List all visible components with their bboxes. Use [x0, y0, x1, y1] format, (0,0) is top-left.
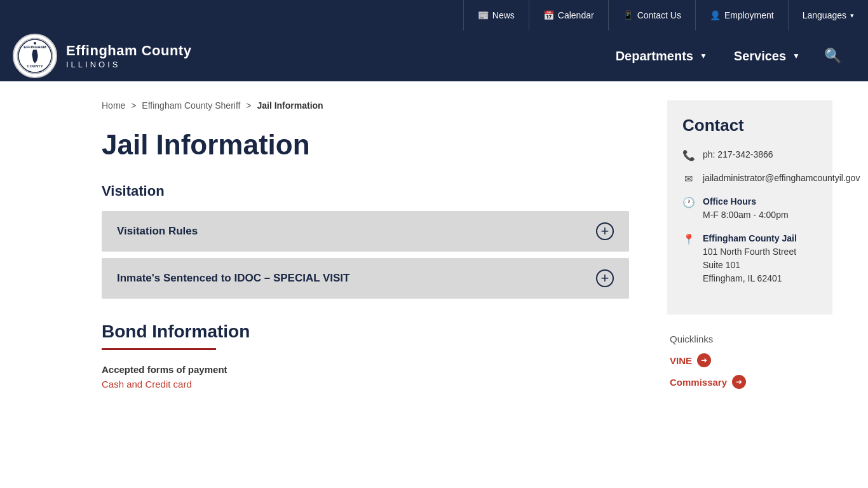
- services-dropdown-icon: ▼: [792, 51, 800, 60]
- visitation-heading: Visitation: [102, 183, 629, 200]
- quicklink-commissary-arrow: ➜: [732, 375, 746, 389]
- logo-circle: EFFINGHAM COUNTY: [13, 34, 57, 78]
- sidebar: Contact 📞 ph: 217-342-3866 ✉ jailadminis…: [654, 81, 851, 488]
- bond-title: Bond Information: [102, 322, 629, 342]
- contact-card: Contact 📞 ph: 217-342-3866 ✉ jailadminis…: [667, 100, 832, 315]
- quicklink-commissary-label[interactable]: Commissary: [670, 377, 727, 388]
- office-hours-label: Office Hours: [703, 195, 789, 208]
- top-nav-items: 📰 News 📅 Calendar 📱 Contact Us 👤 Employm…: [463, 0, 868, 30]
- quicklink-vine-label[interactable]: VINE: [670, 355, 692, 366]
- person-icon: 👤: [710, 10, 721, 20]
- bond-value-link[interactable]: Cash and Credit card: [102, 379, 192, 390]
- contact-address: Effingham County Jail 101 North Fourth S…: [703, 232, 797, 285]
- main-content: Home > Effingham County Sheriff > Jail I…: [0, 81, 654, 488]
- quicklink-commissary[interactable]: Commissary ➜: [670, 375, 830, 389]
- services-label: Services: [734, 49, 786, 64]
- page-container: Home > Effingham County Sheriff > Jail I…: [0, 81, 868, 488]
- nav-item-languages[interactable]: Languages ▾: [788, 0, 868, 30]
- news-icon: 📰: [478, 10, 489, 20]
- svg-point-4: [34, 42, 36, 44]
- quicklink-vine-arrow: ➜: [697, 353, 711, 367]
- contact-email-row: ✉ jailadministrator@effinghamcountyil.go…: [682, 172, 817, 185]
- dropdown-arrow-icon: ▾: [850, 11, 854, 20]
- nav-label-contact: Contact Us: [637, 10, 681, 20]
- quicklink-vine[interactable]: VINE ➜: [670, 353, 830, 367]
- quicklinks-title: Quicklinks: [670, 334, 830, 344]
- address-line2: Suite 101: [703, 259, 797, 272]
- phone-contact-icon: 📞: [682, 149, 694, 161]
- accordion-inmates-sentenced[interactable]: Inmate's Sentenced to IDOC – SPECIAL VIS…: [102, 258, 629, 299]
- logo-text: Effingham County ILLINOIS: [66, 43, 191, 69]
- accordion-label-visitation-rules: Visitation Rules: [117, 225, 198, 238]
- contact-hours: Office Hours M-F 8:00am - 4:00pm: [703, 195, 789, 222]
- contact-location-row: 📍 Effingham County Jail 101 North Fourth…: [682, 232, 817, 285]
- breadcrumb-sheriff[interactable]: Effingham County Sheriff: [142, 100, 240, 111]
- svg-text:EFFINGHAM: EFFINGHAM: [24, 45, 46, 49]
- departments-label: Departments: [616, 49, 693, 64]
- header-right: Departments ▼ Services ▼ 🔍: [606, 43, 849, 69]
- contact-card-title: Contact: [682, 116, 817, 135]
- breadcrumb-sep2: >: [246, 100, 254, 111]
- location-icon: 📍: [682, 233, 694, 245]
- contact-hours-row: 🕐 Office Hours M-F 8:00am - 4:00pm: [682, 195, 817, 222]
- nav-item-employment[interactable]: 👤 Employment: [695, 0, 788, 30]
- address-line3: Effingham, IL 62401: [703, 272, 797, 285]
- breadcrumb: Home > Effingham County Sheriff > Jail I…: [102, 100, 629, 111]
- nav-label-news: News: [492, 10, 515, 20]
- email-link[interactable]: jailadministrator@effinghamcountyil.gov: [703, 173, 860, 183]
- logo-area[interactable]: EFFINGHAM COUNTY Effingham County ILLINO…: [13, 34, 191, 78]
- quicklinks-section: Quicklinks VINE ➜ Commissary ➜: [667, 334, 832, 389]
- search-button[interactable]: 🔍: [817, 43, 849, 69]
- contact-email[interactable]: jailadministrator@effinghamcountyil.gov: [703, 172, 860, 185]
- nav-item-contact[interactable]: 📱 Contact Us: [608, 0, 695, 30]
- svg-text:COUNTY: COUNTY: [27, 64, 43, 68]
- nav-item-news[interactable]: 📰 News: [463, 0, 529, 30]
- county-name: Effingham County: [66, 43, 191, 59]
- nav-label-languages: Languages: [803, 10, 846, 20]
- accordion-visitation-rules[interactable]: Visitation Rules +: [102, 211, 629, 252]
- bond-accepted-label: Accepted forms of payment: [102, 364, 629, 375]
- departments-dropdown-icon: ▼: [700, 51, 707, 60]
- contact-phone: ph: 217-342-3866: [703, 148, 773, 161]
- breadcrumb-home[interactable]: Home: [102, 100, 125, 111]
- nav-item-calendar[interactable]: 📅 Calendar: [529, 0, 608, 30]
- accordion-expand-icon: +: [596, 222, 614, 240]
- phone-icon: 📱: [623, 10, 634, 20]
- top-nav: 📰 News 📅 Calendar 📱 Contact Us 👤 Employm…: [0, 0, 868, 30]
- nav-label-calendar: Calendar: [558, 10, 594, 20]
- search-icon: 🔍: [824, 48, 841, 64]
- bond-underline: [102, 348, 216, 350]
- nav-label-employment: Employment: [724, 10, 774, 20]
- address-line1: 101 North Fourth Street: [703, 245, 797, 259]
- site-header: EFFINGHAM COUNTY Effingham County ILLINO…: [0, 30, 868, 81]
- breadcrumb-current: Jail Information: [257, 100, 323, 111]
- breadcrumb-sep1: >: [131, 100, 139, 111]
- page-title: Jail Information: [102, 130, 629, 160]
- services-button[interactable]: Services ▼: [724, 44, 810, 69]
- accordion-expand-icon-2: +: [596, 269, 614, 287]
- contact-phone-row: 📞 ph: 217-342-3866: [682, 148, 817, 161]
- calendar-icon: 📅: [543, 10, 554, 20]
- office-hours-value: M-F 8:00am - 4:00pm: [703, 208, 789, 222]
- location-name: Effingham County Jail: [703, 232, 797, 245]
- bond-accepted-value: Cash and Credit card: [102, 379, 629, 390]
- state-name: ILLINOIS: [66, 60, 191, 69]
- bond-section: Bond Information Accepted forms of payme…: [102, 322, 629, 390]
- departments-button[interactable]: Departments ▼: [606, 44, 717, 69]
- logo-svg: EFFINGHAM COUNTY: [16, 37, 54, 75]
- clock-icon: 🕐: [682, 196, 694, 208]
- accordion-label-inmates: Inmate's Sentenced to IDOC – SPECIAL VIS…: [117, 272, 349, 285]
- email-icon: ✉: [682, 173, 694, 185]
